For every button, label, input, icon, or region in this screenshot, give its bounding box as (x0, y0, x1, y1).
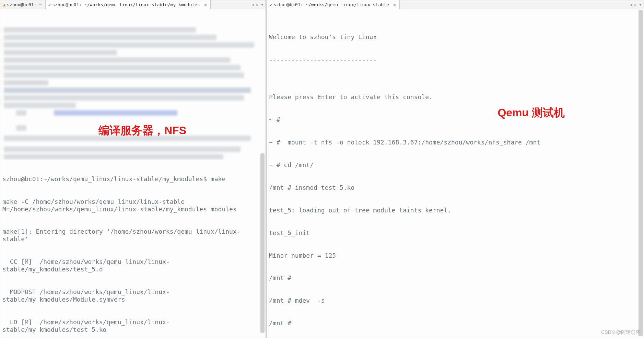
right-terminal[interactable]: Qemu 测试机 Welcome to szhou's tiny Linux -… (267, 9, 644, 338)
terminal-line: Welcome to szhou's tiny Linux (269, 33, 642, 41)
tab-left-1[interactable]: ▲ szhou@bc01: ~ (0, 0, 46, 9)
terminal-line: MODPOST /home/szhou/works/qemu_linux/lin… (2, 288, 264, 303)
terminal-line: CC [M] /home/szhou/works/qemu_linux/linu… (2, 258, 264, 273)
terminal-line: ~ # mount -t nfs -o nolock 192.168.3.67:… (269, 139, 642, 146)
status-alert-icon: ▲ (3, 3, 5, 7)
status-ok-icon: ✔ (270, 3, 272, 7)
scroll-right-icon[interactable]: ▸ (633, 2, 637, 7)
tab-title: szhou@bc01: ~ (7, 2, 42, 7)
terminal-line: ----------------------------- (269, 56, 642, 63)
terminal-line: /mnt # (269, 319, 642, 327)
scroll-menu-icon[interactable]: ▾ (638, 2, 642, 7)
terminal-line: Minor number = 125 (269, 252, 642, 259)
terminal-line: /mnt # insmod test_5.ko (269, 184, 642, 191)
terminal-line: make[1]: Entering directory '/home/szhou… (2, 228, 264, 243)
left-pane: ▲ szhou@bc01: ~ ✔ szhou@bc01: ~/works/qe… (0, 0, 266, 338)
terminal-line: /mnt # mdev -s (269, 297, 642, 304)
left-scrollbar[interactable] (260, 10, 265, 336)
terminal-line: /mnt # (269, 274, 642, 282)
close-icon[interactable]: × (393, 2, 396, 7)
tab-title: szhou@bc01: ~/works/qemu_linux/linux-sta… (273, 2, 389, 7)
scroll-menu-icon[interactable]: ▾ (260, 2, 264, 7)
terminal-line: ~ # cd /mnt/ (269, 161, 642, 169)
status-ok-icon: ✔ (48, 3, 51, 7)
tab-scrollers: ◂ ▸ ▾ (251, 2, 266, 7)
watermark: CSDN @阿迷创客 (601, 329, 640, 336)
terminal-line: make -C /home/szhou/works/qemu_linux/lin… (2, 198, 264, 213)
close-icon[interactable]: × (204, 2, 207, 7)
terminal-line: LD [M] /home/szhou/works/qemu_linux/linu… (2, 318, 264, 334)
scrollbar-thumb[interactable] (639, 10, 643, 336)
tab-left-2[interactable]: ✔ szhou@bc01: ~/works/qemu_linux/linux-s… (46, 0, 211, 9)
right-pane: ✔ szhou@bc01: ~/works/qemu_linux/linux-s… (267, 0, 644, 338)
left-terminal[interactable]: 编译服务器，NFS szhou@bc01:~/works/qemu_linux/… (0, 9, 266, 338)
terminal-line: ~ # (269, 116, 642, 124)
scroll-right-icon[interactable]: ▸ (255, 2, 259, 7)
scroll-left-icon[interactable]: ◂ (629, 2, 633, 7)
tab-title: szhou@bc01: ~/works/qemu_linux/linux-sta… (52, 2, 200, 7)
tab-right-1[interactable]: ✔ szhou@bc01: ~/works/qemu_linux/linux-s… (267, 0, 400, 9)
right-tabbar: ✔ szhou@bc01: ~/works/qemu_linux/linux-s… (267, 0, 644, 9)
left-tabbar: ▲ szhou@bc01: ~ ✔ szhou@bc01: ~/works/qe… (0, 0, 266, 9)
scroll-left-icon[interactable]: ◂ (251, 2, 255, 7)
terminal-line: szhou@bc01:~/works/qemu_linux/linux-stab… (2, 175, 264, 183)
terminal-line: test_5: loading out-of-tree module taint… (269, 207, 642, 214)
pixelated-region: 编译服务器，NFS (2, 26, 263, 160)
terminal-line: test_5_init (269, 229, 642, 237)
right-scrollbar[interactable] (638, 10, 643, 336)
scrollbar-thumb[interactable] (260, 153, 265, 333)
tab-scrollers: ◂ ▸ ▾ (629, 2, 644, 7)
terminal-line: Please press Enter to activate this cons… (269, 93, 642, 101)
